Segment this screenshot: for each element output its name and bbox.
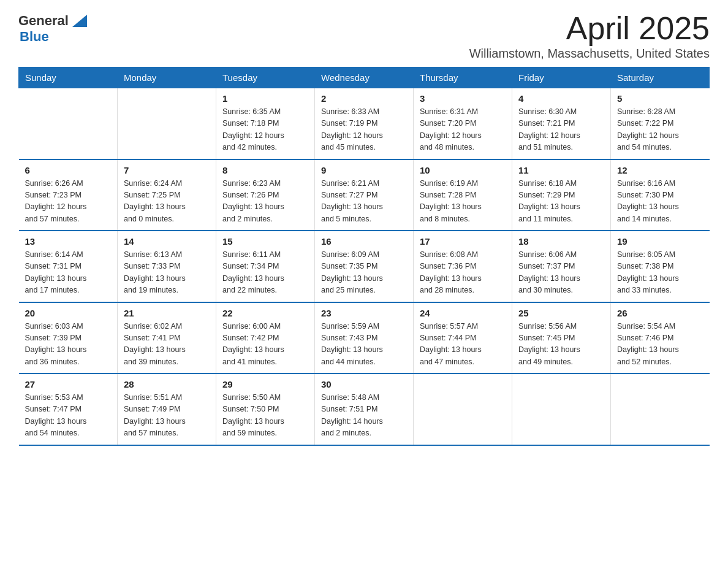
day-info: Sunrise: 6:33 AM Sunset: 7:19 PM Dayligh… <box>321 106 407 154</box>
day-info: Sunrise: 6:14 AM Sunset: 7:31 PM Dayligh… <box>25 249 112 297</box>
day-number: 2 <box>321 93 407 104</box>
day-number: 28 <box>124 379 210 389</box>
day-number: 6 <box>25 165 112 175</box>
weekday-header-tuesday: Tuesday <box>216 67 315 88</box>
day-info: Sunrise: 6:02 AM Sunset: 7:41 PM Dayligh… <box>124 321 210 369</box>
calendar-cell <box>414 373 512 445</box>
calendar-week-3: 13Sunrise: 6:14 AM Sunset: 7:31 PM Dayli… <box>19 231 710 302</box>
calendar-cell: 19Sunrise: 6:05 AM Sunset: 7:38 PM Dayli… <box>611 231 710 302</box>
calendar-cell: 14Sunrise: 6:13 AM Sunset: 7:33 PM Dayli… <box>118 231 216 302</box>
calendar-cell: 23Sunrise: 5:59 AM Sunset: 7:43 PM Dayli… <box>315 302 414 374</box>
day-number: 20 <box>25 308 112 318</box>
day-info: Sunrise: 6:26 AM Sunset: 7:23 PM Dayligh… <box>25 178 112 226</box>
calendar-cell: 21Sunrise: 6:02 AM Sunset: 7:41 PM Dayli… <box>118 302 216 374</box>
calendar-cell <box>118 88 216 159</box>
day-info: Sunrise: 6:21 AM Sunset: 7:27 PM Dayligh… <box>321 178 407 226</box>
logo-triangle-icon <box>70 12 87 29</box>
day-number: 13 <box>25 236 112 247</box>
calendar-cell: 22Sunrise: 6:00 AM Sunset: 7:42 PM Dayli… <box>216 302 315 374</box>
day-number: 22 <box>222 308 308 318</box>
day-info: Sunrise: 6:24 AM Sunset: 7:25 PM Dayligh… <box>124 178 210 226</box>
day-info: Sunrise: 5:57 AM Sunset: 7:44 PM Dayligh… <box>420 321 506 369</box>
calendar-cell: 15Sunrise: 6:11 AM Sunset: 7:34 PM Dayli… <box>216 231 315 302</box>
weekday-header-friday: Friday <box>512 67 611 88</box>
calendar-cell <box>611 373 710 445</box>
day-info: Sunrise: 6:11 AM Sunset: 7:34 PM Dayligh… <box>222 249 308 297</box>
day-number: 25 <box>518 308 604 318</box>
day-info: Sunrise: 6:30 AM Sunset: 7:21 PM Dayligh… <box>518 106 604 154</box>
day-info: Sunrise: 6:13 AM Sunset: 7:33 PM Dayligh… <box>124 249 210 297</box>
day-number: 14 <box>124 236 210 247</box>
calendar-cell: 11Sunrise: 6:18 AM Sunset: 7:29 PM Dayli… <box>512 159 611 231</box>
calendar-cell: 6Sunrise: 6:26 AM Sunset: 7:23 PM Daylig… <box>19 159 118 231</box>
day-info: Sunrise: 5:51 AM Sunset: 7:49 PM Dayligh… <box>124 392 210 440</box>
day-number: 15 <box>222 236 308 247</box>
calendar-cell <box>19 88 118 159</box>
day-info: Sunrise: 6:16 AM Sunset: 7:30 PM Dayligh… <box>617 178 703 226</box>
calendar-header: SundayMondayTuesdayWednesdayThursdayFrid… <box>19 67 710 88</box>
day-number: 17 <box>420 236 506 247</box>
logo-general-text: General <box>18 13 69 28</box>
calendar-cell: 1Sunrise: 6:35 AM Sunset: 7:18 PM Daylig… <box>216 88 315 159</box>
day-number: 19 <box>617 236 703 247</box>
calendar-cell: 17Sunrise: 6:08 AM Sunset: 7:36 PM Dayli… <box>414 231 512 302</box>
location-subtitle: Williamstown, Massachusetts, United Stat… <box>469 47 710 61</box>
day-info: Sunrise: 5:54 AM Sunset: 7:46 PM Dayligh… <box>617 321 703 369</box>
weekday-header-monday: Monday <box>118 67 216 88</box>
day-number: 23 <box>321 308 407 318</box>
day-number: 21 <box>124 308 210 318</box>
calendar-cell: 3Sunrise: 6:31 AM Sunset: 7:20 PM Daylig… <box>414 88 512 159</box>
weekday-header-saturday: Saturday <box>611 67 710 88</box>
svg-marker-0 <box>72 15 87 27</box>
day-info: Sunrise: 6:18 AM Sunset: 7:29 PM Dayligh… <box>518 178 604 226</box>
day-number: 27 <box>25 379 112 389</box>
day-info: Sunrise: 6:28 AM Sunset: 7:22 PM Dayligh… <box>617 106 703 154</box>
calendar-cell: 25Sunrise: 5:56 AM Sunset: 7:45 PM Dayli… <box>512 302 611 374</box>
calendar-week-5: 27Sunrise: 5:53 AM Sunset: 7:47 PM Dayli… <box>19 373 710 445</box>
day-info: Sunrise: 6:06 AM Sunset: 7:37 PM Dayligh… <box>518 249 604 297</box>
day-number: 4 <box>518 93 604 104</box>
day-info: Sunrise: 6:00 AM Sunset: 7:42 PM Dayligh… <box>222 321 308 369</box>
day-number: 30 <box>321 379 407 389</box>
day-number: 24 <box>420 308 506 318</box>
title-block: April 2025 Williamstown, Massachusetts, … <box>469 12 710 61</box>
day-number: 5 <box>617 93 703 104</box>
calendar-week-4: 20Sunrise: 6:03 AM Sunset: 7:39 PM Dayli… <box>19 302 710 374</box>
calendar-cell: 29Sunrise: 5:50 AM Sunset: 7:50 PM Dayli… <box>216 373 315 445</box>
month-title: April 2025 <box>469 12 710 44</box>
calendar-cell: 4Sunrise: 6:30 AM Sunset: 7:21 PM Daylig… <box>512 88 611 159</box>
day-number: 8 <box>222 165 308 175</box>
day-info: Sunrise: 6:35 AM Sunset: 7:18 PM Dayligh… <box>222 106 308 154</box>
calendar-cell: 9Sunrise: 6:21 AM Sunset: 7:27 PM Daylig… <box>315 159 414 231</box>
weekday-header-sunday: Sunday <box>19 67 118 88</box>
calendar-cell <box>512 373 611 445</box>
day-number: 1 <box>222 93 308 104</box>
weekday-header-thursday: Thursday <box>414 67 512 88</box>
day-number: 3 <box>420 93 506 104</box>
calendar-cell: 7Sunrise: 6:24 AM Sunset: 7:25 PM Daylig… <box>118 159 216 231</box>
calendar-cell: 8Sunrise: 6:23 AM Sunset: 7:26 PM Daylig… <box>216 159 315 231</box>
day-info: Sunrise: 6:19 AM Sunset: 7:28 PM Dayligh… <box>420 178 506 226</box>
day-info: Sunrise: 5:56 AM Sunset: 7:45 PM Dayligh… <box>518 321 604 369</box>
day-info: Sunrise: 6:03 AM Sunset: 7:39 PM Dayligh… <box>25 321 112 369</box>
calendar-cell: 26Sunrise: 5:54 AM Sunset: 7:46 PM Dayli… <box>611 302 710 374</box>
day-number: 12 <box>617 165 703 175</box>
calendar-cell: 20Sunrise: 6:03 AM Sunset: 7:39 PM Dayli… <box>19 302 118 374</box>
calendar-cell: 30Sunrise: 5:48 AM Sunset: 7:51 PM Dayli… <box>315 373 414 445</box>
day-info: Sunrise: 5:53 AM Sunset: 7:47 PM Dayligh… <box>25 392 112 440</box>
logo-blue-text: Blue <box>20 29 87 44</box>
day-info: Sunrise: 5:48 AM Sunset: 7:51 PM Dayligh… <box>321 392 407 440</box>
day-number: 7 <box>124 165 210 175</box>
day-number: 16 <box>321 236 407 247</box>
calendar-cell: 16Sunrise: 6:09 AM Sunset: 7:35 PM Dayli… <box>315 231 414 302</box>
day-number: 10 <box>420 165 506 175</box>
calendar-week-1: 1Sunrise: 6:35 AM Sunset: 7:18 PM Daylig… <box>19 88 710 159</box>
logo: General Blue <box>18 12 87 44</box>
calendar-cell: 13Sunrise: 6:14 AM Sunset: 7:31 PM Dayli… <box>19 231 118 302</box>
day-info: Sunrise: 6:05 AM Sunset: 7:38 PM Dayligh… <box>617 249 703 297</box>
weekday-header-wednesday: Wednesday <box>315 67 414 88</box>
day-info: Sunrise: 6:09 AM Sunset: 7:35 PM Dayligh… <box>321 249 407 297</box>
day-info: Sunrise: 5:59 AM Sunset: 7:43 PM Dayligh… <box>321 321 407 369</box>
calendar-cell: 24Sunrise: 5:57 AM Sunset: 7:44 PM Dayli… <box>414 302 512 374</box>
day-info: Sunrise: 6:08 AM Sunset: 7:36 PM Dayligh… <box>420 249 506 297</box>
